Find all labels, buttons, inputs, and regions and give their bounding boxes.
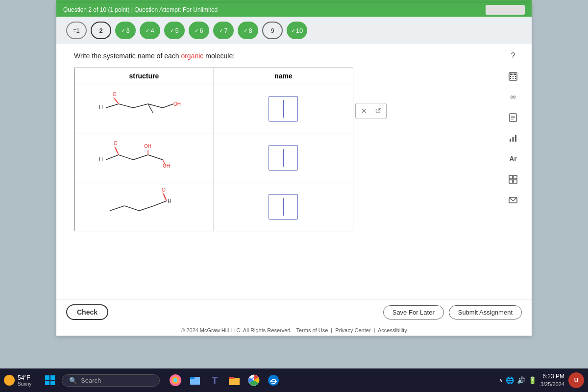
weather-temp: 54°F	[18, 374, 31, 381]
nav-btn-4[interactable]: ✓ 4	[140, 22, 160, 39]
search-icon: 🔍	[69, 377, 77, 384]
taskbar-teams-app[interactable]: T	[207, 372, 222, 388]
question-info: Question 2 of 10 (1 point) | Question At…	[63, 6, 218, 13]
svg-rect-39	[515, 78, 516, 79]
table-row-2: H O OH	[74, 133, 353, 182]
svg-rect-32	[510, 74, 513, 75]
structure-cell-2: H O OH	[74, 133, 214, 182]
user-avatar[interactable]: U	[568, 372, 584, 388]
taskbar-folder-app[interactable]	[226, 372, 242, 388]
notepad-icon[interactable]	[506, 111, 520, 124]
col-structure-header: structure	[74, 68, 214, 84]
main-container: Question 2 of 10 (1 point) | Question At…	[0, 0, 588, 368]
svg-rect-47	[509, 175, 513, 179]
clock-date: 3/25/2024	[540, 381, 564, 388]
stats-icon[interactable]	[506, 131, 520, 145]
copyright-text: © 2024 McGraw Hill LLC. All Rights Reser…	[181, 327, 292, 333]
copyright-bar: © 2024 McGraw Hill LLC. All Rights Reser…	[56, 325, 532, 336]
question-header: Question 2 of 10 (1 point) | Question At…	[56, 3, 532, 17]
mail-icon[interactable]	[506, 193, 520, 207]
svg-rect-34	[510, 76, 511, 77]
nav-btn-1[interactable]: = 1	[66, 22, 87, 39]
submit-assignment-button[interactable]: Submit Assignment	[449, 305, 522, 319]
svg-text:O: O	[114, 141, 118, 146]
svg-rect-48	[514, 175, 517, 179]
svg-line-6	[133, 104, 148, 108]
question-counter-box	[486, 5, 525, 15]
help-icon[interactable]: ?	[506, 49, 520, 63]
svg-rect-50	[514, 180, 517, 183]
svg-rect-46	[515, 135, 516, 142]
system-tray: ∧ 🌐 🔊 🔋	[499, 376, 537, 384]
svg-text:O: O	[162, 187, 166, 193]
check-button[interactable]: Check	[66, 304, 108, 320]
svg-rect-38	[513, 78, 514, 79]
table-row-3: O H	[74, 182, 353, 231]
footer-bar: Check Save For Later Submit Assignment	[56, 299, 532, 325]
svg-rect-33	[514, 74, 516, 75]
svg-line-20	[148, 155, 163, 160]
grid-icon[interactable]	[506, 172, 520, 186]
svg-rect-37	[510, 78, 511, 79]
tray-up-icon[interactable]: ∧	[499, 377, 503, 384]
col-name-header: name	[214, 68, 353, 84]
svg-line-26	[154, 201, 167, 206]
svg-line-9	[163, 104, 173, 108]
name-cell-2[interactable]	[214, 133, 353, 182]
svg-line-12	[106, 155, 119, 160]
svg-rect-36	[515, 76, 516, 77]
calculator-icon[interactable]	[506, 70, 520, 83]
question-nav: = 1 2 ✓ 3 ✓ 4 ✓ 5 ✓ 6 ✓ 7 ✓ 8 9 ✓ 10	[56, 17, 532, 44]
table-row-1: H O	[74, 84, 353, 133]
svg-text:OH: OH	[163, 163, 170, 169]
svg-text:H: H	[99, 156, 103, 162]
weather-sun-icon	[4, 375, 15, 386]
nav-btn-9[interactable]: 9	[262, 22, 283, 39]
molecule-3-svg: O H	[95, 186, 193, 225]
name-input-2[interactable]	[269, 145, 298, 171]
search-placeholder: Search	[81, 377, 101, 384]
instruction-text: Write the systematic name of each organi…	[74, 52, 514, 60]
svg-rect-56	[190, 377, 195, 379]
nav-btn-3[interactable]: ✓ 3	[115, 22, 136, 39]
taskbar-weather: 54°F Sunny	[4, 374, 33, 387]
nav-btn-8[interactable]: ✓ 8	[238, 22, 258, 39]
terms-link[interactable]: Terms of Use	[296, 327, 328, 333]
taskbar-search-bar[interactable]: 🔍 Search	[62, 374, 160, 387]
name-cell-1[interactable]	[214, 84, 353, 133]
input-popup: ✕ ↺	[355, 103, 387, 119]
undo-icon[interactable]: ↺	[375, 106, 381, 116]
nav-btn-2[interactable]: 2	[91, 22, 111, 39]
start-button[interactable]	[42, 372, 58, 388]
name-cell-3[interactable]	[214, 182, 353, 231]
taskbar-colorful-app[interactable]	[168, 372, 183, 388]
svg-rect-35	[513, 76, 514, 77]
battery-icon: 🔋	[528, 376, 537, 384]
svg-text:OH: OH	[144, 144, 151, 149]
chemistry-table: structure name H	[74, 68, 353, 231]
question-panel: Question 2 of 10 (1 point) | Question At…	[56, 3, 532, 336]
taskbar-chrome-app[interactable]	[246, 372, 262, 388]
nav-btn-6[interactable]: ✓ 6	[189, 22, 209, 39]
privacy-link[interactable]: Privacy Center	[335, 327, 370, 333]
accessibility-link[interactable]: Accessibility	[378, 327, 407, 333]
infinity-icon[interactable]: ∞	[506, 90, 520, 104]
network-icon[interactable]: 🌐	[506, 376, 514, 384]
taskbar-files-app[interactable]	[187, 372, 203, 388]
sound-icon[interactable]: 🔊	[517, 376, 525, 384]
name-input-1[interactable]	[269, 96, 298, 122]
svg-line-23	[110, 206, 124, 211]
svg-rect-45	[513, 137, 514, 142]
taskbar-time[interactable]: 6:23 PM 3/25/2024	[540, 373, 564, 388]
close-icon[interactable]: ✕	[361, 106, 367, 116]
nav-btn-7[interactable]: ✓ 7	[213, 22, 234, 39]
save-for-later-button[interactable]: Save For Later	[383, 305, 444, 319]
svg-text:H: H	[168, 198, 172, 204]
periodic-table-icon[interactable]: Ar	[506, 152, 520, 166]
nav-btn-10[interactable]: ✓ 10	[287, 22, 307, 39]
taskbar-edge-app[interactable]	[266, 372, 281, 388]
svg-line-3	[114, 98, 118, 102]
svg-line-25	[139, 206, 154, 211]
nav-btn-5[interactable]: ✓ 5	[164, 22, 185, 39]
name-input-3[interactable]	[269, 194, 298, 220]
